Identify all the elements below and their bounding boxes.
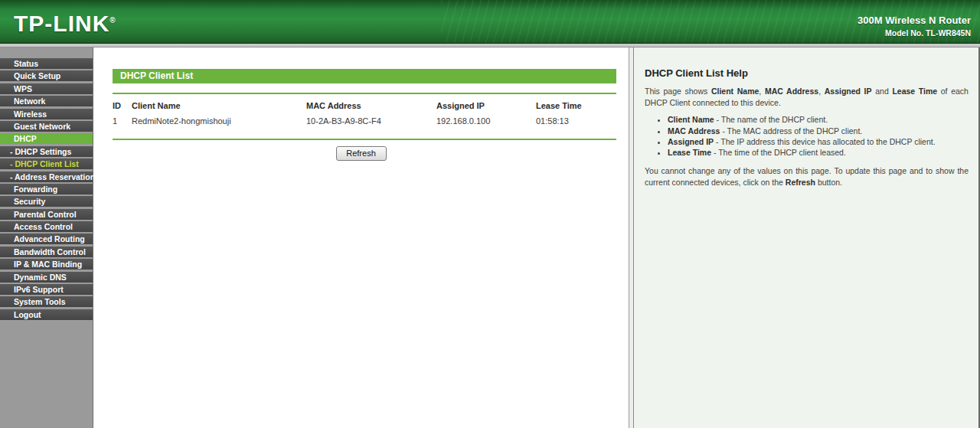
- col-header-id: ID: [113, 99, 132, 113]
- header: TP-LINK® 300M Wireless N Router Model No…: [0, 0, 980, 43]
- list-item: Assigned IP - The IP address this device…: [668, 137, 969, 147]
- sidebar-item-security[interactable]: Security: [0, 196, 93, 207]
- cell-client-name: RedmiNote2-hongmishouji: [132, 113, 306, 129]
- list-item: MAC Address - The MAC address of the DHC…: [668, 126, 969, 136]
- col-header-client-name: Client Name: [132, 99, 306, 113]
- help-footer: You cannot change any of the values on t…: [645, 165, 969, 188]
- cell-mac-address: 10-2A-B3-A9-8C-F4: [306, 113, 436, 129]
- sidebar-item-dhcp-client-list[interactable]: - DHCP Client List: [0, 158, 93, 169]
- table-header-row: ID Client Name MAC Address Assigned IP L…: [113, 99, 616, 113]
- col-header-assigned-ip: Assigned IP: [436, 99, 536, 113]
- help-title: DHCP Client List Help: [645, 67, 969, 79]
- sidebar-item-dhcp[interactable]: DHCP: [0, 133, 93, 144]
- sidebar-item-address-reservation[interactable]: - Address Reservation: [0, 172, 93, 182]
- sidebar-item-network[interactable]: Network: [0, 96, 93, 106]
- header-device-info: 300M Wireless N Router Model No. TL-WR84…: [858, 15, 971, 38]
- cell-lease-time: 01:58:13: [536, 113, 616, 129]
- sidebar-item-logout[interactable]: Logout: [0, 309, 93, 320]
- logo-text: TP-LINK: [14, 11, 109, 36]
- sidebar-item-access-control[interactable]: Access Control: [0, 221, 93, 232]
- tplink-logo: TP-LINK®: [14, 11, 116, 37]
- sidebar-item-system-tools[interactable]: System Tools: [0, 296, 93, 307]
- sidebar-item-advanced-routing[interactable]: Advanced Routing: [0, 234, 93, 244]
- button-row: Refresh: [93, 145, 629, 161]
- dhcp-client-table: ID Client Name MAC Address Assigned IP L…: [113, 99, 616, 129]
- main-panel: DHCP Client List ID Client Name MAC Addr…: [93, 47, 629, 428]
- list-item: Client Name - The name of the DHCP clien…: [668, 115, 969, 125]
- sidebar-item-status[interactable]: Status: [0, 58, 93, 69]
- cell-assigned-ip: 192.168.0.100: [436, 113, 536, 129]
- sidebar-item-ip-mac-binding[interactable]: IP & MAC Binding: [0, 259, 93, 270]
- product-name: 300M Wireless N Router: [858, 15, 971, 26]
- col-header-lease-time: Lease Time: [536, 99, 616, 113]
- help-term-list: Client Name - The name of the DHCP clien…: [668, 115, 969, 158]
- list-item: Lease Time - The time of the DHCP client…: [668, 148, 969, 158]
- model-number: Model No. TL-WR845N: [858, 28, 971, 38]
- sidebar-item-wps[interactable]: WPS: [0, 83, 93, 94]
- registered-mark: ®: [109, 16, 116, 25]
- cell-id: 1: [113, 113, 132, 129]
- help-panel: DHCP Client List Help This page shows Cl…: [634, 47, 980, 428]
- content-area: Status Quick Setup WPS Network Wireless …: [0, 47, 980, 428]
- divider-line-bottom: [113, 139, 616, 140]
- sidebar-item-guest-network[interactable]: Guest Network: [0, 121, 93, 132]
- refresh-button[interactable]: Refresh: [336, 146, 387, 161]
- page-title: DHCP Client List: [113, 69, 616, 83]
- sidebar-item-forwarding[interactable]: Forwarding: [0, 184, 93, 194]
- panel-divider: [629, 47, 634, 428]
- help-intro: This page shows Client Name, MAC Address…: [645, 86, 969, 108]
- sidebar: Status Quick Setup WPS Network Wireless …: [0, 47, 93, 428]
- sidebar-item-parental-control[interactable]: Parental Control: [0, 209, 93, 220]
- sidebar-item-dhcp-settings[interactable]: - DHCP Settings: [0, 146, 93, 157]
- table-row: 1 RedmiNote2-hongmishouji 10-2A-B3-A9-8C…: [113, 113, 616, 129]
- sidebar-item-dynamic-dns[interactable]: Dynamic DNS: [0, 272, 93, 283]
- sidebar-item-ipv6-support[interactable]: IPv6 Support: [0, 284, 93, 295]
- col-header-mac-address: MAC Address: [306, 99, 436, 113]
- sidebar-item-bandwidth-control[interactable]: Bandwidth Control: [0, 247, 93, 257]
- sidebar-item-wireless[interactable]: Wireless: [0, 109, 93, 119]
- divider-line-top: [113, 93, 616, 94]
- sidebar-item-quick-setup[interactable]: Quick Setup: [0, 70, 93, 81]
